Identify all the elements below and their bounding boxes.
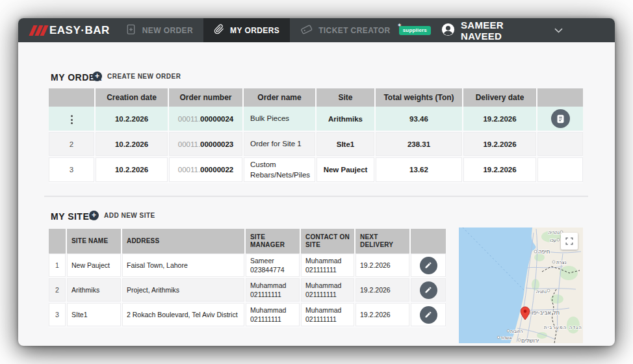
pencil-icon — [424, 261, 432, 269]
suppliers-badge: ✶ suppliers — [399, 26, 431, 35]
map-label: נתניה — [536, 289, 547, 294]
site-address-cell: 2 Rokach Boulevard, Tel Aviv District — [122, 303, 246, 328]
col-address: ADDRESS — [122, 229, 246, 254]
map-label: חיפה — [538, 248, 550, 255]
col-next-delivery: NEXT DELIVERY — [355, 229, 411, 254]
pencil-icon — [424, 311, 432, 318]
site-row: 3 SIte1 2 Rokach Boulevard, Tel Aviv Dis… — [49, 303, 446, 328]
col-delivery-date: Delivery date — [463, 88, 537, 107]
next-delivery-cell: 19.2.2026 — [355, 254, 411, 278]
next-delivery-cell: 19.2.2026 — [355, 303, 411, 328]
order-name-cell: Order for Site 1 — [244, 132, 316, 157]
sites-map[interactable]: נהריה עכו חיפה נצרת נתניה תל אביב-יפו הג… — [459, 228, 583, 343]
col-index — [49, 229, 67, 254]
add-new-site-label: ADD NEW SITE — [104, 212, 155, 219]
site-name-cell: SIte1 — [67, 303, 122, 328]
user-name: SAMEER NAVEED — [461, 20, 543, 42]
site-address-cell: Project, Arithmiks — [122, 278, 246, 303]
add-new-site-button[interactable]: + ADD NEW SITE — [89, 211, 155, 220]
site-cell: Arithmiks — [316, 107, 376, 132]
star-icon: ✶ — [398, 23, 402, 28]
map-fullscreen-button[interactable] — [561, 233, 578, 250]
col-contact-on-site: CONTACT ON SITE — [301, 229, 355, 254]
order-action-cell — [537, 107, 583, 132]
col-edit — [411, 229, 446, 254]
tab-ticket-creator[interactable]: TICKET CREATOR ✶ suppliers — [290, 18, 441, 42]
order-row: 3 10.2.2026 00011.00000022 Custom Rebars… — [49, 157, 583, 183]
col-order-number: Order number — [169, 88, 244, 107]
tab-label: TICKET CREATOR — [318, 26, 391, 35]
col-actions — [49, 88, 96, 107]
order-action-cell — [537, 132, 583, 157]
ticket-icon — [300, 23, 313, 37]
sites-table: SITE NAME ADDRESS SITE MANAGER CONTACT O… — [49, 229, 446, 328]
edit-site-button[interactable] — [420, 257, 437, 274]
order-row-selected: 10.2.2026 00011.00000024 Bulk Pieces Ari… — [49, 107, 583, 132]
app-window: EASY·BAR NEW ORDER MY ORDERS TICKET CREA… — [18, 18, 615, 346]
site-contact-cell: Muhammad021111111 — [301, 278, 355, 303]
edit-site-button[interactable] — [420, 306, 437, 324]
paperclip-icon — [214, 24, 224, 36]
tab-label: MY ORDERS — [230, 26, 279, 35]
next-delivery-cell: 19.2.2026 — [355, 278, 411, 303]
logo-stripes-icon — [31, 25, 46, 36]
app-logo: EASY·BAR — [31, 18, 110, 42]
orders-header-row: Creation date Order number Order name Si… — [49, 88, 583, 107]
col-open — [537, 88, 583, 107]
order-number-cell: 00011.00000024 — [169, 107, 244, 132]
map-label: רחובות — [510, 329, 523, 334]
order-name-cell: Bulk Pieces — [244, 107, 316, 132]
site-manager-cell: Muhammad021111111 — [246, 278, 301, 303]
row-index-cell: 3 — [49, 157, 96, 183]
site-manager-cell: Muhammad021111111 — [246, 303, 301, 328]
creation-date-cell: 10.2.2026 — [96, 107, 169, 132]
site-index-cell: 1 — [49, 254, 67, 278]
map-label: ירושלים — [521, 337, 539, 343]
create-new-order-label: CREATE NEW ORDER — [107, 73, 181, 80]
edit-site-button[interactable] — [420, 281, 437, 299]
order-details-button[interactable] — [551, 109, 570, 128]
site-action-cell — [411, 303, 446, 328]
kebab-menu-icon[interactable] — [68, 112, 75, 127]
map-label: הגדה המערבית — [544, 325, 582, 330]
site-name-cell: Arithmiks — [67, 278, 122, 303]
section-divider — [44, 196, 588, 197]
avatar-icon — [441, 23, 455, 38]
orders-table: Creation date Order number Order name Si… — [49, 88, 583, 183]
site-index-cell: 3 — [49, 303, 67, 328]
tab-new-order[interactable]: NEW ORDER — [115, 18, 203, 42]
col-site-manager: SITE MANAGER — [246, 229, 301, 254]
chevron-down-icon — [554, 28, 563, 33]
delivery-date-cell: 19.2.2026 — [463, 157, 537, 183]
document-icon — [556, 114, 565, 124]
order-row: 2 10.2.2026 00011.00000023 Order for Sit… — [49, 132, 583, 157]
col-total-weights: Total weights (Ton) — [376, 88, 463, 107]
site-row: 2 Arithmiks Project, Arithmiks Muhammad0… — [49, 278, 446, 303]
order-action-cell — [537, 157, 583, 183]
create-new-order-button[interactable]: + CREATE NEW ORDER — [92, 72, 181, 81]
plus-icon: + — [92, 72, 102, 81]
pencil-icon — [424, 286, 432, 294]
fullscreen-icon — [565, 237, 574, 246]
site-cell: SIte1 — [316, 132, 376, 157]
site-row: 1 New Pauject Faisal Town, Lahore Sameer… — [49, 254, 446, 278]
delivery-date-cell: 19.2.2026 — [463, 107, 537, 132]
col-creation-date: Creation date — [96, 88, 169, 107]
map-label: עכו — [550, 238, 556, 243]
creation-date-cell: 10.2.2026 — [96, 157, 169, 183]
site-action-cell — [411, 278, 446, 303]
site-address-cell: Faisal Town, Lahore — [122, 254, 246, 278]
total-weight-cell: 238.31 — [376, 132, 463, 157]
order-number-cell: 00011.00000023 — [169, 132, 244, 157]
file-plus-icon — [125, 24, 136, 37]
site-contact-cell: Muhammad021111111 — [301, 303, 355, 328]
order-number-cell: 00011.00000022 — [169, 157, 244, 183]
creation-date-cell: 10.2.2026 — [96, 132, 169, 157]
site-manager-cell: Sameer023844774 — [246, 254, 301, 278]
site-cell: New Pauject — [316, 157, 376, 183]
total-weight-cell: 13.62 — [376, 157, 463, 183]
user-menu[interactable]: SAMEER NAVEED — [441, 18, 563, 42]
tab-my-orders[interactable]: MY ORDERS — [203, 18, 290, 42]
tab-label: NEW ORDER — [142, 26, 193, 35]
col-site-name: SITE NAME — [67, 229, 122, 254]
